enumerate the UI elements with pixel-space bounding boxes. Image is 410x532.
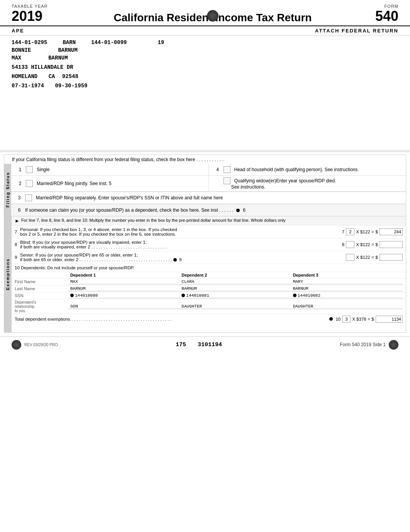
middle-name: BARNUM: [58, 47, 77, 53]
dependents-header: 10 Dependents: Do not include yourself o…: [15, 265, 134, 270]
row-num-6: 6: [14, 206, 25, 214]
total-bullet-icon: [329, 317, 333, 321]
last-name-label: Last Name: [15, 286, 69, 291]
zip: 92548: [62, 73, 78, 80]
checkbox-2[interactable]: [26, 180, 33, 187]
ex-num-9: 9: [15, 255, 20, 260]
total-bullet-num: 10: [335, 317, 341, 321]
ex-text-7: Personal: If you checked box 1, 3, or 4 …: [20, 227, 339, 236]
footer-rev: REV 03/29/20 PRO: [24, 343, 58, 347]
dep3-ssn: 144010082: [298, 293, 320, 298]
option-5-label: Qualifying widow(er)Enter year spouse/RD…: [233, 177, 403, 184]
dob2: 09-30-1959: [55, 83, 87, 89]
dep1-last-name: BARNUM: [69, 286, 180, 291]
option-3-label: Married/RDP filing separately. Enter spo…: [34, 194, 403, 201]
number-field: 19: [158, 39, 164, 46]
dep3-ssn-bullet: [293, 294, 296, 297]
year-display: 2019: [12, 8, 42, 24]
exemptions-note: For line 7, line 8, line 9, and line 10:…: [21, 218, 286, 223]
address: 54133 HILLANDALE DR: [12, 64, 73, 70]
total-dollar: $: [372, 317, 374, 321]
option-2-label: Married/RDP filing jointly. See inst. 5: [35, 180, 205, 187]
option-6-label: If someone can claim you (or your spouse…: [25, 207, 403, 213]
row-num-5: [212, 179, 224, 182]
see-instructions: See instructions.: [231, 184, 266, 190]
ex-result-7: 244: [380, 228, 403, 235]
total-multiplier: X $378 =: [352, 317, 370, 321]
bottom-seal-left: [12, 340, 21, 350]
dep-col1-header: Dependent 1: [69, 273, 180, 277]
line7-num: 7: [342, 229, 344, 234]
state: CA: [49, 73, 55, 80]
filing-status-label: Filing Status: [4, 164, 11, 216]
checkbox-5[interactable]: [224, 177, 230, 184]
dep2-ssn: 144010081: [186, 293, 209, 298]
option-1-label: Single: [35, 166, 205, 173]
row-num-3: 3: [14, 194, 25, 202]
ex-dollar-7: $: [376, 229, 378, 234]
ssn1: 144-01-0295: [12, 39, 47, 46]
first-name: BONNIE: [12, 47, 31, 53]
dep2-rel: DAUGHTER: [180, 304, 291, 309]
dep-col3-header: Dependent 3: [291, 273, 403, 277]
ex-num-8: 8: [15, 242, 20, 247]
first-name-label: First Name: [15, 279, 69, 284]
row-num-1: 1: [14, 165, 26, 174]
dep-col2-header: Dependent 2: [180, 273, 291, 277]
exemptions-label: Exemptions: [4, 216, 11, 332]
bottom-seal-right: [389, 340, 398, 350]
dep1-rel: SON: [69, 304, 180, 309]
filing-instruction: If your California filing status is diff…: [8, 155, 227, 165]
dob1: 07-31-1974: [12, 83, 44, 89]
dep1-first-name: MAX: [69, 279, 180, 284]
line8-num: 8: [342, 242, 344, 247]
dep1-ssn: 144010080: [75, 293, 98, 298]
ex-text-8: Blind: If you (or your spouse/RDP) are v…: [20, 240, 339, 249]
ex-dollar-8: $: [376, 242, 378, 247]
footer-form-info: Form 540 2019 Side 1: [340, 342, 386, 347]
ex-dollar-9: $: [376, 255, 378, 260]
ex-box-8[interactable]: [346, 241, 354, 248]
total-count-box[interactable]: 3: [342, 316, 351, 323]
last-name2: BARNUM: [48, 55, 68, 61]
row-num-4: 4: [212, 165, 224, 174]
dep3-rel: DAUGHTER: [291, 304, 403, 309]
checkbox-4[interactable]: [224, 166, 230, 173]
ex-mult-9: X $122 =: [356, 255, 374, 260]
relationship-label: Dependent'srelationshipto you: [15, 300, 69, 313]
option-4-label: Head of household (with qualifying perso…: [233, 166, 403, 173]
name-label: BARN: [63, 39, 76, 46]
dep2-last-name: BARNUM: [180, 286, 291, 291]
total-label: Total dependent exemptions . . . . . . .…: [15, 317, 329, 321]
checkbox-1[interactable]: [26, 166, 33, 173]
ssn-label: SSN: [15, 293, 69, 298]
ex-result-9: [380, 254, 403, 261]
dep3-first-name: MARY: [291, 279, 403, 284]
dep3-last-name: BARNUM: [291, 286, 403, 291]
ex-mult-8: X $122 =: [356, 242, 374, 247]
dep2-first-name: CLARA: [180, 279, 291, 284]
ex-mult-7: X $122 =: [356, 229, 374, 234]
arrow-icon: ►: [15, 218, 20, 224]
dep2-ssn-bullet: [181, 294, 185, 297]
footer-center-left: 175: [176, 342, 186, 348]
ssn2: 144-01-0099: [91, 39, 127, 46]
ex-box-7[interactable]: 2: [346, 228, 354, 235]
dep1-ssn-bullet: [70, 294, 74, 297]
subheader-left: APE: [12, 28, 24, 34]
subheader-right: ATTACH FEDERAL RETURN: [315, 28, 398, 34]
row-num-2: 2: [14, 179, 26, 188]
ex-result-8: [380, 241, 403, 248]
checkbox-3[interactable]: [25, 194, 32, 201]
footer-center-right: 3101194: [198, 342, 222, 348]
city: HOMELAND: [12, 73, 37, 80]
ex-text-9: Senior: If you (or your spouse/RDP) are …: [20, 253, 343, 262]
ex-box-9[interactable]: [346, 254, 354, 261]
ex-num-7: 7: [15, 229, 20, 234]
total-result: 1134: [376, 316, 403, 323]
form-number: 540: [375, 8, 398, 24]
last-name: MAX: [12, 55, 21, 61]
